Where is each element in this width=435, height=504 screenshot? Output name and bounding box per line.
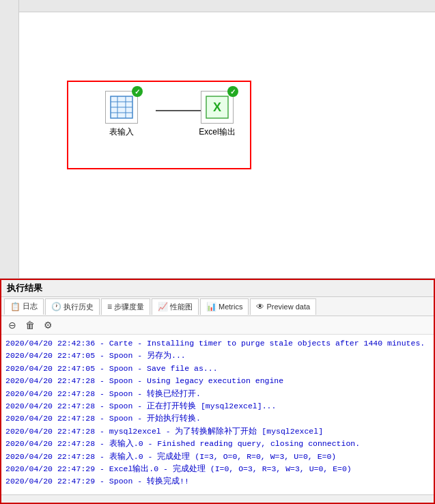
tab-log-label: 日志 [23,301,38,311]
log-line: 2020/04/20 22:47:28 - Spoon - 开始执行转换. [5,412,430,425]
tab-steps[interactable]: ≡ 步骤度量 [101,298,150,315]
log-line: 2020/04/20 22:47:29 - Excel输出.0 - 完成处理 (… [5,463,430,475]
tab-perf[interactable]: 📈 性能图 [152,298,199,315]
preview-tab-icon: 👁 [256,302,264,311]
log-content[interactable]: 2020/04/20 22:42:36 - Carte - Installing… [1,335,434,494]
log-tab-icon: 📋 [10,302,20,311]
left-ruler [0,0,19,278]
results-panel: 执行结果 📋 日志 🕐 执行历史 ≡ 步骤度量 📈 性能图 📊 Metrics … [0,279,435,504]
log-line: 2020/04/20 22:47:28 - 表输入.0 - 完成处理 (I=3,… [5,451,430,463]
log-line: 2020/04/20 22:47:28 - Spoon - 转换已经打开. [5,388,430,400]
node-excel-output-check: ✓ [227,86,238,97]
tab-steps-label: 步骤度量 [114,302,144,312]
tab-log[interactable]: 📋 日志 [4,298,44,315]
history-tab-icon: 🕐 [51,302,61,311]
tab-metrics-label: Metrics [219,303,242,311]
svg-text:X: X [213,100,221,114]
bottom-scrollbar[interactable] [1,494,434,503]
node-excel-output[interactable]: X ✓ Excel输出 [193,91,241,138]
node-table-input-label: 表输入 [109,126,134,138]
tab-history[interactable]: 🕐 执行历史 [45,298,100,315]
log-line: 2020/04/20 22:47:28 - Spoon - Using lega… [5,375,430,387]
node-excel-output-label: Excel输出 [199,126,235,138]
delete-button[interactable]: 🗑 [23,318,37,332]
workflow-canvas: ✓ 表输入 X ✓ Excel输出 [19,12,435,278]
perf-tab-icon: 📈 [158,302,168,311]
node-table-input-check: ✓ [132,86,143,97]
log-line: 2020/04/20 22:47:05 - Spoon - Save file … [5,363,430,375]
log-line: 2020/04/20 22:47:28 - Spoon - 正在打开转换 [my… [5,400,430,412]
node-table-input[interactable]: ✓ 表输入 [98,91,145,138]
tab-perf-label: 性能图 [170,302,193,312]
log-line: 2020/04/20 22:42:36 - Carte - Installing… [5,337,430,350]
workflow-canvas-area: ✓ 表输入 X ✓ Excel输出 [0,0,435,279]
top-ruler [19,0,435,12]
metrics-tab-icon: 📊 [206,302,216,311]
log-line: 2020/04/20 22:47:28 - 表输入.0 - Finished r… [5,438,430,450]
node-table-input-icon: ✓ [105,91,138,124]
node-excel-output-icon: X ✓ [201,91,234,124]
steps-tab-icon: ≡ [107,302,112,311]
log-line: 2020/04/20 22:47:28 - mysql2excel - 为了转换… [5,425,430,438]
tab-metrics[interactable]: 📊 Metrics [200,298,249,315]
results-tabs-bar: 📋 日志 🕐 执行历史 ≡ 步骤度量 📈 性能图 📊 Metrics 👁 Pre… [1,297,434,316]
stop-button[interactable]: ⊖ [5,318,19,332]
log-line: 2020/04/20 22:47:05 - Spoon - 另存为... [5,350,430,362]
tab-preview[interactable]: 👁 Preview data [250,298,316,315]
log-toolbar: ⊖ 🗑 ⚙ [1,316,434,335]
tab-history-label: 执行历史 [64,302,94,312]
settings-button[interactable]: ⚙ [41,318,55,332]
tab-preview-label: Preview data [266,303,310,311]
log-line: 2020/04/20 22:47:29 - Spoon - 转换完成!! [5,475,430,488]
results-panel-title: 执行结果 [1,280,434,297]
